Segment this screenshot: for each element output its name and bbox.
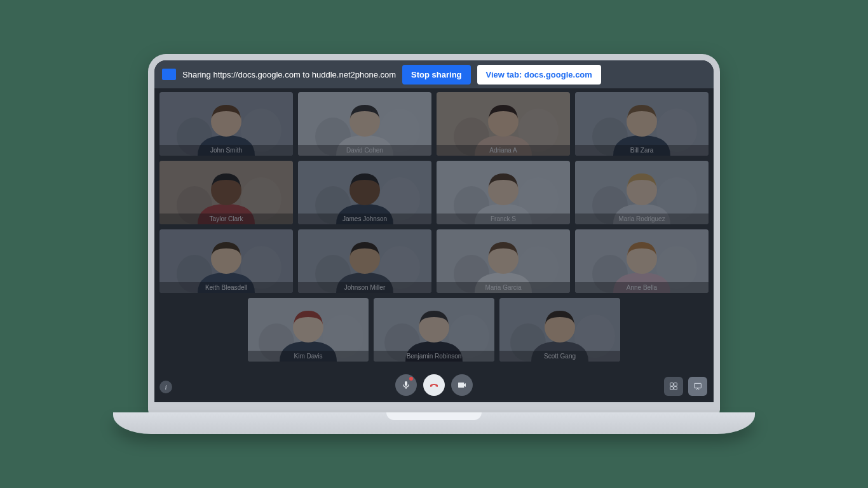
participant-name-label: Bill Zara — [575, 145, 709, 156]
participant-name-label: Maria Garcia — [437, 282, 570, 293]
grid-view-button[interactable] — [664, 377, 683, 396]
svg-rect-61 — [674, 383, 677, 386]
microphone-icon — [401, 380, 411, 390]
camera-toggle-button[interactable] — [451, 374, 473, 396]
participant-tile[interactable]: John Smith — [159, 92, 293, 156]
participant-name-label: Taylor Clark — [159, 214, 293, 224]
participant-row: John Smith David Cohen Adriana A Bill Za… — [161, 92, 707, 156]
camera-icon — [457, 380, 467, 390]
svg-rect-63 — [674, 387, 677, 390]
view-tab-button[interactable]: View tab: docs.google.com — [477, 65, 601, 85]
participant-tile[interactable]: David Cohen — [298, 92, 431, 156]
participant-name-label: John Smith — [159, 145, 293, 156]
participant-name-label: Keith Bleasdell — [159, 282, 293, 293]
participant-tile[interactable]: Johnson Miller — [298, 229, 431, 293]
participant-row: Kim Davis Benjamin Robinson Scott Gang — [161, 298, 707, 362]
participant-row: Keith Bleasdell Johnson Miller Maria Gar… — [161, 229, 707, 293]
mic-muted-indicator-icon — [409, 377, 413, 381]
laptop-screen: Sharing https://docs.google.com to huddl… — [148, 54, 720, 416]
participant-name-label: Johnson Miller — [298, 282, 431, 293]
hangup-icon — [429, 380, 439, 390]
participant-tile[interactable]: Anne Bella — [575, 229, 709, 293]
participant-name-label: Maria Rodriguez — [575, 214, 709, 224]
participant-tile[interactable]: Bill Zara — [575, 92, 709, 156]
grid-icon — [668, 381, 679, 391]
participant-tile[interactable]: Adriana A — [437, 92, 570, 156]
participant-tile[interactable]: Franck S — [437, 161, 570, 224]
participant-name-label: Adriana A — [437, 145, 570, 156]
participant-row: Taylor Clark James Johnson Franck S Mari… — [161, 161, 707, 224]
participant-name-label: James Johnson — [298, 214, 431, 224]
participant-tile[interactable]: Maria Garcia — [437, 229, 570, 293]
svg-rect-62 — [670, 387, 674, 390]
presentation-icon — [693, 381, 703, 391]
participant-name-label: Franck S — [437, 214, 570, 224]
presentation-view-button[interactable] — [688, 377, 707, 396]
participant-tile[interactable]: Keith Bleasdell — [159, 229, 293, 293]
screen-share-bar: Sharing https://docs.google.com to huddl… — [154, 60, 714, 88]
participant-name-label: Benjamin Robinson — [374, 351, 494, 362]
mic-toggle-button[interactable] — [395, 374, 417, 396]
video-conference-app: Sharing https://docs.google.com to huddl… — [154, 60, 714, 402]
participant-tile[interactable]: Maria Rodriguez — [575, 161, 709, 224]
laptop-mockup: Sharing https://docs.google.com to huddl… — [148, 54, 720, 434]
laptop-base — [113, 412, 755, 434]
participant-name-label: Kim Davis — [248, 351, 369, 362]
sharing-status-text: Sharing https://docs.google.com to huddl… — [182, 70, 396, 79]
call-controls — [154, 374, 714, 396]
participant-name-label: David Cohen — [298, 145, 431, 156]
participant-name-label: Anne Bella — [575, 282, 709, 293]
participant-grid: John Smith David Cohen Adriana A Bill Za… — [154, 88, 714, 402]
svg-rect-60 — [670, 383, 674, 386]
participant-name-label: Scott Gang — [499, 351, 620, 362]
svg-rect-64 — [695, 383, 702, 388]
screen-share-icon — [162, 69, 176, 80]
participant-tile[interactable]: Scott Gang — [499, 298, 620, 362]
stop-sharing-button[interactable]: Stop sharing — [402, 65, 470, 85]
end-call-button[interactable] — [423, 374, 445, 396]
participant-tile[interactable]: Kim Davis — [248, 298, 369, 362]
view-controls — [664, 377, 707, 396]
participant-tile[interactable]: Taylor Clark — [159, 161, 293, 224]
participant-tile[interactable]: Benjamin Robinson — [374, 298, 494, 362]
participant-tile[interactable]: James Johnson — [298, 161, 431, 224]
